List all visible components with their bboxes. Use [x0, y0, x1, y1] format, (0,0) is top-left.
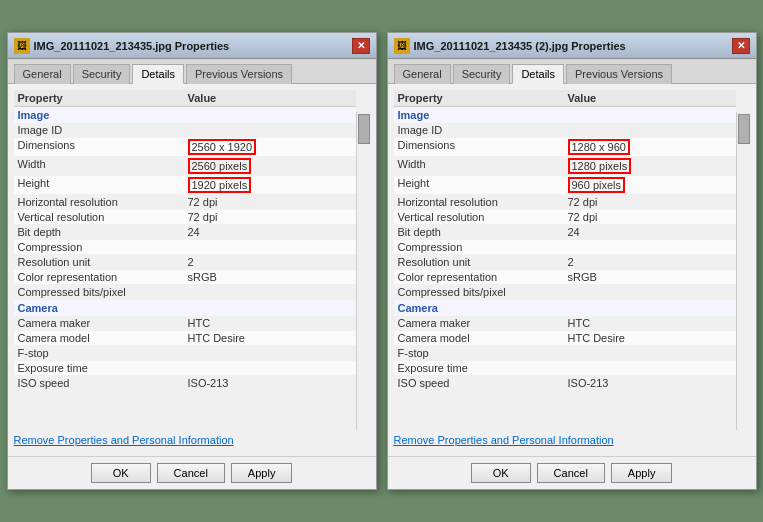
prop-value [188, 124, 352, 136]
prop-name: Color representation [18, 271, 188, 283]
prop-name: Camera model [398, 332, 568, 344]
remove-link-2[interactable]: Remove Properties and Personal Informati… [394, 430, 750, 450]
prop-name: Camera maker [18, 317, 188, 329]
close-button-1[interactable]: ✕ [352, 38, 370, 54]
prop-value: 24 [188, 226, 352, 238]
prop-name: ISO speed [18, 377, 188, 389]
table-row: Height 960 pixels [394, 176, 736, 195]
tab-details-1[interactable]: Details [132, 64, 184, 84]
tab-general-2[interactable]: General [394, 64, 451, 84]
prop-value: 960 pixels [568, 177, 732, 193]
dialog-content-1: Property Value Image Image ID Dimensions… [8, 84, 376, 456]
tab-security-1[interactable]: Security [73, 64, 131, 84]
table-row: Width 1280 pixels [394, 157, 736, 176]
prop-value [188, 362, 352, 374]
tab-general-1[interactable]: General [14, 64, 71, 84]
table-row: Camera maker HTC [394, 316, 736, 331]
prop-name: Image ID [18, 124, 188, 136]
cancel-button-1[interactable]: Cancel [157, 463, 225, 483]
prop-name: Height [398, 177, 568, 193]
file-icon-2: 🖼 [394, 38, 410, 54]
prop-value: 72 dpi [568, 196, 732, 208]
cancel-button-2[interactable]: Cancel [537, 463, 605, 483]
prop-value: sRGB [568, 271, 732, 283]
prop-value: 24 [568, 226, 732, 238]
dialog-footer-2: OK Cancel Apply [388, 456, 756, 489]
prop-name: Resolution unit [18, 256, 188, 268]
prop-name: Exposure time [18, 362, 188, 374]
prop-value: 72 dpi [188, 196, 352, 208]
title-bar-left-1: 🖼 IMG_20111021_213435.jpg Properties [14, 38, 230, 54]
tab-previous-versions-2[interactable]: Previous Versions [566, 64, 672, 84]
prop-header-2: Property Value [394, 90, 736, 107]
dialog-content-2: Property Value Image Image ID Dimensions… [388, 84, 756, 456]
table-row: Compression [394, 240, 736, 255]
tab-details-2[interactable]: Details [512, 64, 564, 84]
prop-name: F-stop [398, 347, 568, 359]
prop-name: Exposure time [398, 362, 568, 374]
table-row: Horizontal resolution 72 dpi [14, 195, 356, 210]
apply-button-2[interactable]: Apply [611, 463, 673, 483]
prop-value: 2 [188, 256, 352, 268]
tabs-2: General Security Details Previous Versio… [388, 59, 756, 84]
prop-value: ISO-213 [568, 377, 732, 389]
col-val-header-2: Value [568, 92, 732, 104]
properties-table-2: Property Value Image Image ID Dimensions… [394, 90, 750, 430]
prop-value-dimensions-2: 1280 x 960 [568, 139, 732, 155]
highlight-height-1: 1920 pixels [188, 177, 252, 193]
highlight-height-2: 960 pixels [568, 177, 626, 193]
section-camera-1: Camera [14, 300, 356, 316]
dialog-2: 🖼 IMG_20111021_213435 (2).jpg Properties… [387, 32, 757, 490]
scrollbar-thumb-2[interactable] [738, 114, 750, 144]
file-icon-1: 🖼 [14, 38, 30, 54]
prop-name: Vertical resolution [18, 211, 188, 223]
title-text-1: IMG_20111021_213435.jpg Properties [34, 40, 230, 52]
table-row: Image ID [394, 123, 736, 138]
apply-button-1[interactable]: Apply [231, 463, 293, 483]
highlight-dimensions-2: 1280 x 960 [568, 139, 630, 155]
tab-security-2[interactable]: Security [453, 64, 511, 84]
remove-link-1[interactable]: Remove Properties and Personal Informati… [14, 430, 370, 450]
scrollbar-thumb-1[interactable] [358, 114, 370, 144]
table-row: Resolution unit 2 [394, 255, 736, 270]
prop-value [568, 124, 732, 136]
ok-button-1[interactable]: OK [91, 463, 151, 483]
tab-previous-versions-1[interactable]: Previous Versions [186, 64, 292, 84]
table-row: Horizontal resolution 72 dpi [394, 195, 736, 210]
scrollbar-track-1[interactable] [356, 112, 370, 430]
prop-name: Camera model [18, 332, 188, 344]
prop-value: HTC [188, 317, 352, 329]
table-row: F-stop [14, 346, 356, 361]
dialog-footer-1: OK Cancel Apply [8, 456, 376, 489]
title-bar-left-2: 🖼 IMG_20111021_213435 (2).jpg Properties [394, 38, 626, 54]
table-row: Dimensions 2560 x 1920 [14, 138, 356, 157]
highlight-width-2: 1280 pixels [568, 158, 632, 174]
table-row: Resolution unit 2 [14, 255, 356, 270]
prop-value: 2560 pixels [188, 158, 352, 174]
prop-value [568, 347, 732, 359]
table-row: Compressed bits/pixel [14, 285, 356, 300]
prop-value: HTC Desire [568, 332, 732, 344]
table-row: Vertical resolution 72 dpi [394, 210, 736, 225]
table-row: Dimensions 1280 x 960 [394, 138, 736, 157]
col-val-header-1: Value [188, 92, 352, 104]
table-row: Bit depth 24 [14, 225, 356, 240]
title-text-2: IMG_20111021_213435 (2).jpg Properties [414, 40, 626, 52]
prop-value [188, 241, 352, 253]
prop-name: Image ID [398, 124, 568, 136]
section-image-1: Image [14, 107, 356, 123]
title-bar-2: 🖼 IMG_20111021_213435 (2).jpg Properties… [388, 33, 756, 59]
table-row: Height 1920 pixels [14, 176, 356, 195]
table-row: Compressed bits/pixel [394, 285, 736, 300]
scrollbar-track-2[interactable] [736, 112, 750, 430]
close-button-2[interactable]: ✕ [732, 38, 750, 54]
section-image-2: Image [394, 107, 736, 123]
prop-value: sRGB [188, 271, 352, 283]
prop-name: Bit depth [398, 226, 568, 238]
prop-name: Compressed bits/pixel [18, 286, 188, 298]
tabs-1: General Security Details Previous Versio… [8, 59, 376, 84]
table-row: ISO speed ISO-213 [14, 376, 356, 391]
table-row: Exposure time [14, 361, 356, 376]
highlight-width-1: 2560 pixels [188, 158, 252, 174]
ok-button-2[interactable]: OK [471, 463, 531, 483]
